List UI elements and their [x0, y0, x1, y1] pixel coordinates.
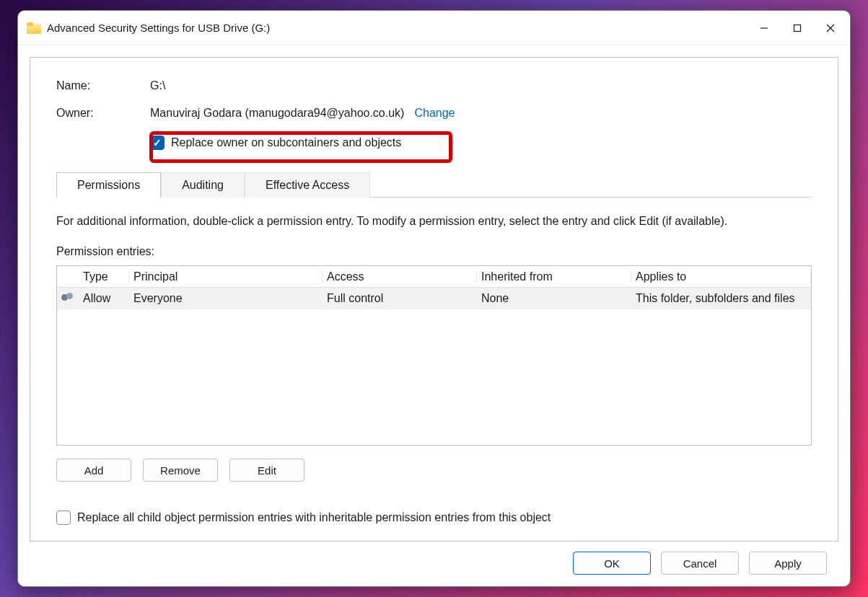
advanced-security-window: Advanced Security Settings for USB Drive… [17, 10, 851, 587]
name-value: G:\ [150, 79, 165, 92]
window-title: Advanced Security Settings for USB Drive… [47, 22, 748, 34]
col-type[interactable]: Type [79, 270, 129, 283]
users-icon [61, 293, 74, 304]
replace-owner-label: Replace owner on subcontainers and objec… [171, 136, 401, 149]
name-row: Name: G:\ [56, 79, 812, 92]
row-icon [57, 293, 79, 304]
content-wrap: Name: G:\ Owner: Manuviraj Godara (manug… [18, 45, 850, 586]
info-text: For additional information, double-click… [56, 215, 812, 228]
row-principal: Everyone [129, 292, 323, 305]
folder-icon [27, 22, 41, 34]
maximize-button[interactable] [781, 12, 814, 44]
table-header: Type Principal Access Inherited from App… [57, 266, 811, 288]
tab-effective-access[interactable]: Effective Access [245, 172, 370, 198]
tab-strip: Permissions Auditing Effective Access [56, 172, 812, 198]
entries-label: Permission entries: [56, 245, 812, 258]
replace-owner-checkbox[interactable] [150, 136, 165, 150]
row-applies: This folder, subfolders and files [631, 292, 811, 305]
replace-owner-row[interactable]: Replace owner on subcontainers and objec… [150, 133, 812, 153]
tab-permissions[interactable]: Permissions [56, 172, 161, 198]
cancel-button[interactable]: Cancel [661, 552, 739, 575]
change-owner-link[interactable]: Change [414, 107, 455, 120]
close-button[interactable] [814, 12, 847, 44]
edit-button[interactable]: Edit [229, 459, 304, 482]
owner-value: Manuviraj Godara (manugodara94@yahoo.co.… [150, 107, 404, 120]
col-applies[interactable]: Applies to [631, 270, 811, 283]
owner-row: Owner: Manuviraj Godara (manugodara94@ya… [56, 107, 812, 120]
svg-rect-1 [794, 25, 801, 31]
permission-table: Type Principal Access Inherited from App… [56, 265, 812, 446]
replace-child-checkbox[interactable] [56, 510, 71, 525]
entry-buttons: Add Remove Edit [56, 459, 812, 482]
add-button[interactable]: Add [56, 459, 131, 482]
dialog-footer: OK Cancel Apply [30, 541, 838, 580]
row-inherited: None [477, 292, 631, 305]
table-row[interactable]: Allow Everyone Full control None This fo… [57, 288, 811, 309]
apply-button[interactable]: Apply [749, 552, 827, 575]
replace-child-label: Replace all child object permission entr… [77, 511, 551, 524]
titlebar: Advanced Security Settings for USB Drive… [18, 11, 850, 45]
minimize-button[interactable] [748, 12, 781, 44]
remove-button[interactable]: Remove [143, 459, 218, 482]
col-inherited[interactable]: Inherited from [477, 270, 631, 283]
row-access: Full control [323, 292, 477, 305]
col-access[interactable]: Access [323, 270, 477, 283]
row-type: Allow [79, 292, 129, 305]
tab-auditing[interactable]: Auditing [161, 172, 245, 198]
name-label: Name: [56, 79, 150, 92]
ok-button[interactable]: OK [573, 552, 651, 575]
replace-child-row[interactable]: Replace all child object permission entr… [56, 510, 812, 525]
col-principal[interactable]: Principal [129, 270, 323, 283]
content-panel: Name: G:\ Owner: Manuviraj Godara (manug… [30, 57, 838, 541]
owner-label: Owner: [56, 107, 150, 120]
